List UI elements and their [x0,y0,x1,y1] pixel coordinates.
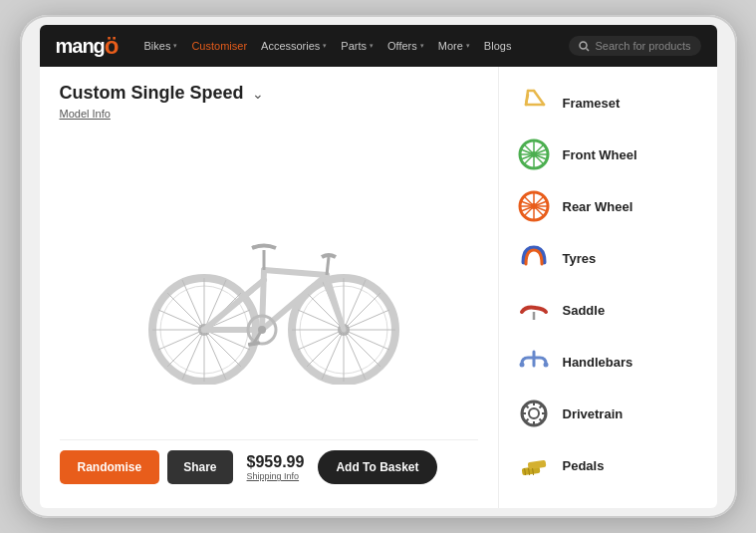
nav-item-customiser[interactable]: Customiser [191,40,247,52]
chevron-down-icon: ▾ [370,42,374,50]
price-block: $959.99 Shipping Info [247,453,305,481]
component-item-front-wheel[interactable]: Front Wheel [499,129,717,180]
tablet-frame: mangö Bikes ▾ Customiser Accessories ▾ P… [20,15,737,518]
svg-line-32 [327,257,329,275]
right-panel: Frameset [498,67,717,508]
model-selector[interactable]: Custom Single Speed ⌄ [60,83,478,104]
saddle-icon [515,291,553,329]
component-label-pedals: Pedals [563,458,605,473]
handlebars-icon [515,343,553,381]
navbar: mangö Bikes ▾ Customiser Accessories ▾ P… [40,25,717,67]
svg-line-1 [586,48,589,51]
drivetrain-icon [515,395,553,432]
randomise-button[interactable]: Randomise [60,450,160,484]
nav-item-offers[interactable]: Offers ▾ [387,40,424,52]
component-label-handlebars: Handlebars [563,355,633,370]
component-item-handlebars[interactable]: Handlebars [499,336,717,388]
nav-item-accessories[interactable]: Accessories ▾ [261,40,327,52]
chevron-down-icon: ▾ [323,42,327,50]
svg-rect-73 [527,460,546,469]
bottom-bar: Randomise Share $959.99 Shipping Info Ad… [60,439,478,492]
svg-point-0 [580,42,587,49]
nav-item-parts[interactable]: Parts ▾ [341,40,374,52]
model-title: Custom Single Speed [60,83,244,104]
front-wheel-icon [515,135,553,173]
bike-image-area [60,130,478,439]
component-label-tyres: Tyres [563,251,597,266]
dropdown-icon: ⌄ [252,86,264,102]
nav-items: Bikes ▾ Customiser Accessories ▾ Parts ▾… [144,40,551,52]
logo-dot: ö [105,34,119,58]
main-content: Custom Single Speed ⌄ Model Info [40,67,717,508]
component-label-drivetrain: Drivetrain [563,406,624,421]
svg-point-61 [543,363,548,368]
svg-line-71 [525,419,528,422]
svg-line-70 [539,405,542,408]
search-icon [579,41,590,52]
bike-illustration [115,185,423,385]
search-placeholder: Search for products [596,40,691,52]
component-item-tyres[interactable]: Tyres [499,232,717,284]
frameset-icon [515,84,553,122]
rear-wheel-icon [515,187,553,225]
model-info-link[interactable]: Model Info [60,108,478,120]
shipping-info-link[interactable]: Shipping Info [247,471,300,481]
component-label-saddle: Saddle [563,303,606,318]
svg-line-37 [534,91,544,105]
svg-point-63 [529,408,539,418]
nav-item-more[interactable]: More ▾ [438,40,470,52]
tyres-icon [515,239,553,277]
svg-point-60 [519,363,524,368]
nav-item-blogs[interactable]: Blogs [484,40,512,52]
add-to-basket-button[interactable]: Add To Basket [318,450,436,484]
component-label-front-wheel: Front Wheel [563,147,637,162]
chevron-down-icon: ▾ [466,42,470,50]
chevron-down-icon: ▾ [420,42,424,50]
logo: mangö [56,34,119,58]
price-value: $959.99 [247,453,305,471]
left-panel: Custom Single Speed ⌄ Model Info [40,67,498,508]
component-item-rear-wheel[interactable]: Rear Wheel [499,180,717,232]
component-label-rear-wheel: Rear Wheel [563,199,633,214]
svg-line-25 [264,270,327,275]
tablet-inner: mangö Bikes ▾ Customiser Accessories ▾ P… [40,25,717,508]
nav-item-bikes[interactable]: Bikes ▾ [144,40,178,52]
component-item-saddle[interactable]: Saddle [499,284,717,336]
component-label-frameset: Frameset [563,96,621,111]
component-item-pedals[interactable]: Pedals [499,439,717,491]
component-item-drivetrain[interactable]: Drivetrain [499,388,717,439]
share-button[interactable]: Share [167,450,232,484]
search-bar[interactable]: Search for products [569,36,701,56]
svg-line-69 [539,419,542,422]
chevron-down-icon: ▾ [173,42,177,50]
pedals-icon [515,446,553,484]
component-item-frameset[interactable]: Frameset [499,77,717,129]
svg-line-68 [525,405,528,408]
